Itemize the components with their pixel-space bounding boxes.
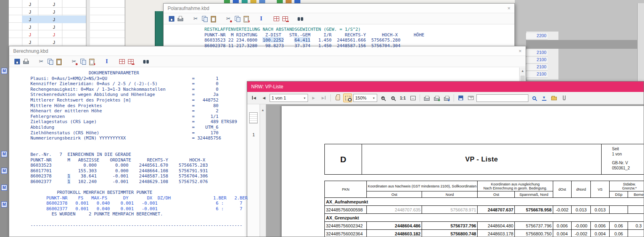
elevation-value: 2100 — [526, 72, 548, 78]
column-header-dnord: dNord — [572, 181, 591, 198]
panel-divider — [526, 40, 644, 49]
protocol-line: Plausi: 0=Aus/1=KMQ/2=NS/3=QU = 1 — [30, 76, 526, 82]
protocol-line: Kennziffer Zielmeridian: 0=Aus / 2-5 / (… — [30, 81, 526, 87]
paste-special-icon[interactable] — [242, 15, 250, 23]
protocol-line: RESTKLAFFENVERTEILUNG NACH ABSTANDSGEWIC… — [204, 27, 514, 32]
scrollbar[interactable] — [86, 0, 90, 46]
elevation-value: 2100 — [526, 57, 548, 64]
protocol-line: Ber.-Nr. 7 EINRECHNEN IN DIE GERADE — [30, 152, 526, 157]
insert-text-icon[interactable] — [257, 15, 265, 23]
background-grid[interactable]: JJ JJ JJ JJ JJ JJ — [9, 0, 125, 46]
background-window-edge — [125, 0, 163, 46]
elevation-value: 2100 — [526, 50, 548, 56]
grid-row[interactable]: JJ — [22, 23, 86, 31]
polar-protocol-text: RESTKLAFFENVERTEILUNG NACH ABSTANDSGEWIC… — [164, 24, 514, 48]
cut-special-icon[interactable] — [224, 15, 232, 23]
protocol-line: Mittlere Höhe des Projektes = 80 — [30, 103, 526, 109]
toolbar-icon[interactable] — [277, 0, 283, 3]
paste-icon[interactable] — [55, 58, 63, 66]
protocol-line — [30, 141, 526, 147]
report-info: Seit 1 von GB-Nr. V 050361_2 — [602, 144, 644, 174]
left-dock: M M M M M — [0, 0, 9, 237]
close-icon[interactable]: × — [518, 48, 522, 54]
table-delete-icon[interactable] — [281, 15, 289, 23]
protocol-line: 86033523 0.000 0.000 2448561.670 5756675… — [30, 163, 526, 168]
polar-titlebar[interactable]: Polaraufnahme.kbd × — [164, 4, 514, 13]
protocol-line: ES WURDEN 2 PUNKTE MEHRFACH BERECHNET. — [30, 211, 526, 217]
protocol-line: 86002378 1 38.641 -0.001 2448587.158 575… — [30, 173, 526, 179]
berechnung-toolbar — [9, 56, 526, 67]
insert-text-icon[interactable] — [103, 58, 111, 66]
table-row: 324485756002364 2448603.182 5756800.748 … — [325, 230, 644, 237]
window-title: Berechnung.kbd — [13, 48, 48, 54]
window-icon[interactable]: M — [1, 151, 7, 157]
window-icon[interactable]: M — [1, 68, 7, 74]
window-icon[interactable]: M — [1, 201, 7, 207]
protocol-line: Ziellagestatus (CRS Lage) = 489 ETRS89 — [30, 119, 526, 125]
toolbar-icon[interactable] — [224, 0, 230, 3]
table-insert-icon[interactable] — [118, 58, 126, 66]
find-icon[interactable] — [296, 15, 304, 23]
attachment-icon[interactable] — [560, 94, 568, 102]
copy-special-icon[interactable] — [233, 15, 241, 23]
grid-row[interactable]: JJ — [22, 31, 86, 38]
copy-special-icon[interactable] — [79, 58, 87, 66]
cut-icon[interactable] — [37, 58, 45, 66]
folder-icon[interactable] — [550, 94, 558, 102]
window-icon[interactable]: M — [1, 168, 7, 174]
window-title: Polaraufnahme.kbd — [168, 6, 209, 11]
toolbar-icon[interactable] — [233, 0, 239, 3]
grid-row[interactable]: JJ — [22, 8, 86, 16]
protocol-line: Zielhöhenstatus (CRS Höhe) = 170 — [30, 130, 526, 136]
protocol-line: 86002378 11 217.3280 98.8273 37.374 1.45… — [204, 43, 514, 49]
grid-row[interactable]: JJ — [22, 0, 86, 8]
print-icon[interactable] — [22, 58, 30, 66]
desktop: M M M M M JJ JJ JJ JJ JJ JJ 2200 — [0, 0, 644, 237]
polar-toolbar — [164, 13, 514, 24]
protocol-line: Streckenreduktion wegen Abbildung und Hö… — [30, 92, 526, 98]
save-icon[interactable] — [13, 58, 21, 66]
search-icon[interactable] — [530, 94, 538, 102]
column-header-dsp: DSp — [610, 191, 628, 198]
toolbar-icon[interactable] — [259, 0, 265, 3]
protocol-line: 86017701 155.303 0.000 2448664.108 57567… — [30, 168, 526, 174]
protocol-line — [30, 146, 526, 152]
protocol-line: 86002378 0.001 0.040 0.001 -0.001 6 : 7 — [30, 201, 526, 206]
find-icon[interactable] — [142, 58, 150, 66]
column-header-vs: VS — [591, 181, 610, 198]
protocol-line: Mittlerer Rechtswert des Projektes [m] =… — [30, 98, 526, 103]
protocol-line: PUNKT-NR FS MAX-FS DY DX DZ/DH 1.BER 2.B… — [30, 195, 526, 201]
table-delete-icon[interactable] — [127, 58, 135, 66]
copy-icon[interactable] — [200, 15, 208, 23]
table-insert-icon[interactable] — [272, 15, 280, 23]
column-header-beme: Beme — [628, 191, 644, 198]
protocol-line: 86002377 0.001 0.040 0.001 -0.001 6 : 7 — [30, 206, 526, 212]
paste-icon[interactable] — [209, 15, 217, 23]
cut-special-icon[interactable] — [70, 58, 78, 66]
print-icon[interactable] — [176, 15, 184, 23]
protocol-line: ----------------------------------------… — [30, 223, 526, 228]
elevation-value: 2100 — [526, 64, 548, 71]
toolbar-icon[interactable] — [286, 0, 292, 3]
grid-row-selected[interactable]: JJ — [22, 16, 86, 23]
protocol-line: Nummerierungsbezirk (MIN) YYYYYYYYXX = 3… — [30, 135, 526, 141]
protocol-line — [30, 184, 526, 190]
berechnung-window: Berechnung.kbd × DOKUMEN — [9, 46, 526, 237]
grid-row[interactable]: JJ — [22, 38, 86, 46]
copy-icon[interactable] — [46, 58, 54, 66]
protocol-line: Fehlergrenzen = 1/1 — [30, 114, 526, 119]
protocol-line — [30, 217, 526, 223]
column-header-dost: dOst — [553, 181, 571, 198]
paste-special-icon[interactable] — [88, 58, 96, 66]
save-icon[interactable] — [168, 15, 176, 23]
export-icon[interactable] — [540, 94, 548, 102]
close-icon[interactable]: × — [507, 6, 510, 11]
window-icon[interactable]: M — [1, 185, 7, 191]
cut-icon[interactable] — [192, 15, 200, 23]
toolbar-icon[interactable] — [250, 0, 256, 3]
protocol-line: Abbildung = UTM_6 — [30, 125, 526, 130]
toolbar-icon[interactable] — [242, 0, 248, 3]
protocol-line: 86002377 1 102.240 -0.001 2448629.108 57… — [30, 179, 526, 185]
toolbar-icon[interactable] — [294, 0, 300, 3]
protocol-line: DOKUMENTENPARAMETER — [30, 70, 526, 76]
